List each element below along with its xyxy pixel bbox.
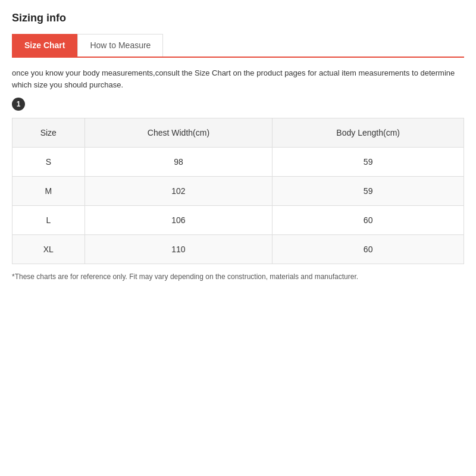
cell-chest-width: 102 (84, 177, 273, 206)
step-badge: 1 (12, 98, 25, 111)
tabs-container: Size Chart How to Measure (12, 34, 464, 58)
cell-body-length: 59 (273, 177, 464, 206)
table-row: XL11060 (12, 235, 464, 264)
tab-how-to-measure[interactable]: How to Measure (77, 34, 163, 57)
cell-chest-width: 110 (84, 235, 273, 264)
col-header-size: Size (12, 118, 85, 148)
tab-size-chart[interactable]: Size Chart (12, 34, 77, 57)
page-title: Sizing info (12, 12, 464, 24)
cell-body-length: 59 (273, 148, 464, 177)
cell-size: M (12, 177, 85, 206)
table-row: S9859 (12, 148, 464, 177)
cell-size: XL (12, 235, 85, 264)
table-row: M10259 (12, 177, 464, 206)
footnote-text: *These charts are for reference only. Fi… (12, 273, 464, 281)
table-row: L10660 (12, 206, 464, 235)
col-header-body-length: Body Length(cm) (273, 118, 464, 148)
cell-size: S (12, 148, 85, 177)
cell-body-length: 60 (273, 235, 464, 264)
size-table: Size Chest Width(cm) Body Length(cm) S98… (12, 118, 464, 264)
cell-size: L (12, 206, 85, 235)
description-text: once you know your body measurements,con… (12, 67, 464, 90)
cell-chest-width: 106 (84, 206, 273, 235)
cell-chest-width: 98 (84, 148, 273, 177)
cell-body-length: 60 (273, 206, 464, 235)
col-header-chest-width: Chest Width(cm) (84, 118, 273, 148)
